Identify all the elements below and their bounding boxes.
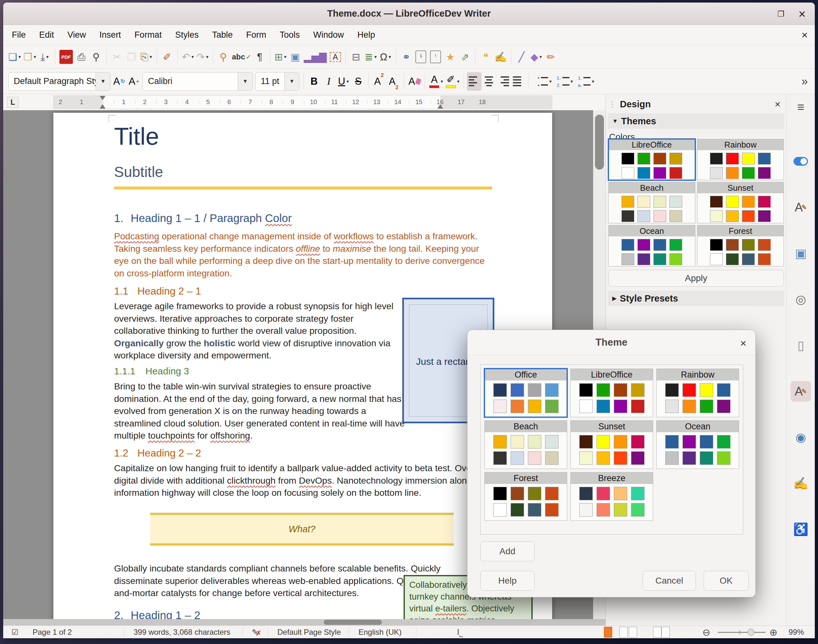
cancel-button[interactable]: Cancel	[643, 571, 696, 591]
insert-text-box[interactable]: A	[328, 48, 342, 66]
font-name-select[interactable]: Calibri ▼	[143, 72, 253, 91]
underline[interactable]: U▾	[336, 72, 351, 91]
insert-image[interactable]: ▣	[288, 48, 302, 66]
new-document[interactable]: ❏▾	[7, 48, 22, 66]
chevron-down-icon[interactable]: ▾	[206, 54, 209, 60]
manage-changes-icon[interactable]: ✍	[790, 473, 811, 494]
insert-field[interactable]: ≣▾	[363, 48, 378, 66]
formatting-marks[interactable]: ¶	[252, 48, 267, 66]
insert-bookmark[interactable]: ★	[443, 48, 457, 66]
properties-deck-icon[interactable]	[790, 151, 811, 172]
theme-card-beach[interactable]: Beach	[608, 182, 695, 223]
book-view-icon[interactable]	[653, 626, 670, 638]
insert-special-character[interactable]: Ω▾	[378, 48, 393, 66]
menu-styles[interactable]: Styles	[169, 25, 206, 45]
page-style[interactable]: Default Page Style	[277, 626, 341, 638]
dialog-titlebar[interactable]: Theme ×	[468, 330, 755, 355]
copy[interactable]: ❐	[124, 48, 139, 66]
style-presets-section-header[interactable]: ▶ Style Presets	[608, 291, 784, 306]
sidebar-settings-icon[interactable]: ≡	[790, 97, 811, 117]
export-pdf[interactable]: PDF	[58, 48, 74, 66]
insert-footnote[interactable]: ¹	[413, 48, 428, 66]
chevron-down-icon[interactable]: ▾	[457, 78, 460, 84]
menu-file[interactable]: File	[5, 25, 32, 45]
styles-deck-icon[interactable]: A✎	[790, 197, 811, 218]
unordered-list[interactable]: ••▾	[532, 72, 553, 91]
align-center[interactable]	[482, 72, 496, 91]
italic[interactable]: I	[321, 72, 336, 91]
new-style[interactable]: A+	[127, 72, 141, 91]
spelling[interactable]: abc✓	[231, 48, 252, 66]
chevron-down-icon[interactable]: ▾	[18, 54, 21, 60]
zoom-slider[interactable]	[718, 632, 766, 633]
insert-endnote[interactable]: ⁱ	[428, 48, 443, 66]
font-size-select[interactable]: 11 pt ▼	[255, 72, 299, 91]
chevron-down-icon[interactable]: ▾	[284, 54, 287, 60]
chevron-down-icon[interactable]: ▼	[238, 72, 252, 90]
theme-card-forest[interactable]: Forest	[484, 472, 567, 521]
theme-card-ocean[interactable]: Ocean	[608, 225, 695, 267]
horizontal-scrollbar[interactable]	[3, 619, 606, 626]
restore-icon[interactable]: ❐	[775, 8, 787, 20]
insert-mode-icon[interactable]: I˾	[457, 626, 463, 638]
accessibility-check-icon[interactable]: ♿	[790, 519, 811, 540]
add-button[interactable]: Add	[480, 541, 534, 561]
zoom-out-icon[interactable]: ⊖	[702, 626, 710, 638]
what-callout-box[interactable]: What?	[150, 513, 454, 546]
design-deck-icon[interactable]: A✎	[790, 381, 811, 402]
chevron-down-icon[interactable]: ▾	[440, 78, 443, 84]
chevron-down-icon[interactable]: ▾	[374, 54, 377, 60]
zoom-level[interactable]: 99%	[789, 626, 804, 638]
menu-form[interactable]: Form	[239, 25, 273, 45]
paste[interactable]: ⎘▾	[139, 48, 154, 66]
menu-help[interactable]: Help	[350, 25, 382, 45]
panel-close-icon[interactable]: ×	[775, 98, 784, 110]
chevron-down-icon[interactable]: ▾	[549, 78, 552, 84]
vertical-scrollbar-thumb[interactable]	[595, 115, 604, 170]
menu-table[interactable]: Table	[206, 25, 239, 45]
style-inspector-icon[interactable]: ◉	[790, 427, 811, 448]
page-deck-icon[interactable]: ▯	[790, 335, 811, 356]
clear-formatting[interactable]: A	[407, 72, 422, 91]
align-left[interactable]	[467, 72, 482, 91]
update-style[interactable]: A↻	[112, 72, 127, 91]
paragraph-style-select[interactable]: Default Paragraph Style ▼	[8, 72, 110, 91]
highlight-color[interactable]: ✐▾	[445, 72, 461, 91]
chevron-down-icon[interactable]: ▾	[539, 54, 542, 60]
ordered-list[interactable]: 1.2.▾	[553, 72, 574, 91]
subscript[interactable]: A2	[386, 72, 401, 91]
horizontal-scrollbar-thumb[interactable]	[324, 620, 382, 625]
undo[interactable]: ↶▾	[181, 48, 195, 66]
help-button[interactable]: Help	[480, 571, 534, 591]
menu-format[interactable]: Format	[128, 25, 169, 45]
insert-comment[interactable]: ❝	[478, 48, 493, 66]
align-right[interactable]	[496, 72, 511, 91]
ok-button[interactable]: OK	[704, 571, 749, 591]
theme-card-beach[interactable]: Beach	[484, 420, 567, 469]
bold[interactable]: B	[307, 72, 321, 91]
selection-mode-icon[interactable]: ☑	[12, 626, 18, 638]
theme-card-rainbow[interactable]: Rainbow	[697, 139, 784, 180]
dialog-close-icon[interactable]: ×	[740, 337, 746, 350]
zoom-in-icon[interactable]: ⊕	[769, 626, 777, 638]
page-count[interactable]: Page 1 of 2	[32, 626, 72, 638]
chevron-down-icon[interactable]: ▾	[150, 54, 152, 60]
print-preview[interactable]: ⚲	[89, 48, 104, 66]
insert-hyperlink[interactable]: ⚭	[399, 48, 413, 66]
superscript[interactable]: A2	[371, 72, 386, 91]
theme-card-sunset[interactable]: Sunset	[570, 420, 653, 469]
tab-stop-selector[interactable]: L	[7, 97, 18, 108]
redo[interactable]: ↷▾	[195, 48, 210, 66]
theme-card-breeze[interactable]: Breeze	[570, 472, 653, 521]
word-count[interactable]: 399 words, 3,068 characters	[134, 626, 230, 638]
chevron-down-icon[interactable]: ▼	[284, 72, 299, 90]
navigator-deck-icon[interactable]: ◎	[790, 289, 811, 310]
single-page-view-icon[interactable]	[604, 626, 614, 638]
close-document-icon[interactable]: ×	[801, 29, 808, 41]
chevron-down-icon[interactable]: ▾	[346, 78, 349, 84]
find-and-replace[interactable]: ⚲	[216, 48, 231, 66]
align-justify[interactable]	[511, 72, 526, 91]
chevron-down-icon[interactable]: ▾	[192, 54, 194, 60]
chevron-down-icon[interactable]: ▾	[592, 78, 594, 84]
menu-edit[interactable]: Edit	[32, 25, 61, 45]
